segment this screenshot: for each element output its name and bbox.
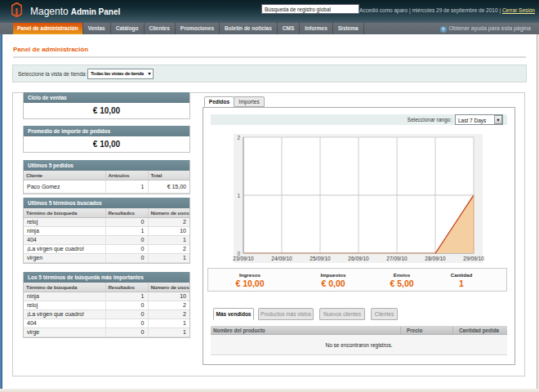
svg-text:1: 1 (237, 193, 240, 198)
svg-text:29/09/10: 29/09/10 (463, 256, 484, 261)
svg-text:28/09/10: 28/09/10 (425, 256, 446, 261)
svg-text:25/09/10: 25/09/10 (310, 256, 331, 261)
svg-text:27/09/10: 27/09/10 (386, 256, 408, 261)
svg-text:24/09/10: 24/09/10 (271, 256, 292, 261)
svg-text:26/09/10: 26/09/10 (348, 256, 369, 261)
svg-text:23/09/10: 23/09/10 (233, 256, 254, 261)
svg-text:2: 2 (237, 135, 240, 140)
